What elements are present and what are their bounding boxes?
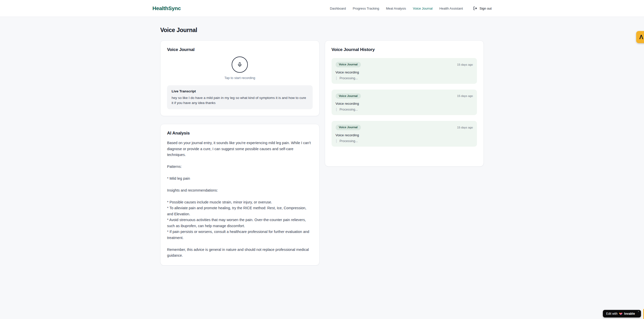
live-transcript-title: Live Transcript bbox=[172, 89, 308, 93]
entry-timestamp: 15 days ago bbox=[457, 63, 473, 66]
voice-journal-card-title: Voice Journal bbox=[167, 47, 313, 52]
entry-timestamp: 15 days ago bbox=[457, 94, 473, 97]
live-transcript-text: hey so like I do have a mild pain in my … bbox=[172, 95, 308, 105]
lovable-badge-brand: lovable bbox=[624, 312, 635, 315]
close-icon[interactable]: × bbox=[638, 310, 639, 313]
left-column: Voice Journal Tap to start recording Liv… bbox=[160, 40, 319, 265]
nav-item-voice-journal[interactable]: Voice Journal bbox=[413, 7, 433, 10]
lovable-edit-badge[interactable]: Edit with lovable × bbox=[603, 310, 641, 317]
ai-analysis-body: Based on your journal entry, it sounds l… bbox=[167, 140, 313, 259]
entry-processing-status: Processing... bbox=[336, 76, 473, 80]
history-entry[interactable]: Voice Journal 15 days ago Voice recordin… bbox=[332, 121, 477, 147]
ai-analysis-card: AI Analysis Based on your journal entry,… bbox=[160, 124, 319, 265]
microphone-icon bbox=[237, 62, 242, 67]
side-panel-tab[interactable]: Λ bbox=[636, 31, 644, 43]
record-button[interactable] bbox=[232, 57, 248, 73]
heart-icon bbox=[619, 312, 623, 315]
nav-item-dashboard[interactable]: Dashboard bbox=[330, 7, 346, 10]
entry-type-badge: Voice Journal bbox=[336, 62, 361, 67]
live-transcript-box: Live Transcript hey so like I do have a … bbox=[167, 85, 313, 109]
sign-out-label: Sign out bbox=[479, 7, 492, 10]
history-list: Voice Journal 15 days ago Voice recordin… bbox=[332, 58, 477, 147]
nav-item-meal-analysis[interactable]: Meal Analysis bbox=[386, 7, 406, 10]
nav-item-health-assistant[interactable]: Health Assistant bbox=[439, 7, 463, 10]
history-entry[interactable]: Voice Journal 15 days ago Voice recordin… bbox=[332, 58, 477, 84]
logout-icon bbox=[473, 6, 477, 10]
tap-to-record-hint: Tap to start recording bbox=[224, 76, 255, 80]
sign-out-button[interactable]: Sign out bbox=[473, 6, 492, 10]
nav-item-progress-tracking[interactable]: Progress Tracking bbox=[353, 7, 379, 10]
entry-timestamp: 15 days ago bbox=[457, 126, 473, 129]
page-title: Voice Journal bbox=[160, 27, 484, 34]
entry-summary: Voice recording bbox=[336, 70, 473, 74]
main-nav: Dashboard Progress Tracking Meal Analysi… bbox=[330, 6, 492, 10]
history-card-title: Voice Journal History bbox=[332, 47, 477, 52]
entry-type-badge: Voice Journal bbox=[336, 125, 361, 130]
history-entry[interactable]: Voice Journal 15 days ago Voice recordin… bbox=[332, 90, 477, 115]
entry-summary: Voice recording bbox=[336, 133, 473, 137]
lovable-badge-prefix: Edit with bbox=[606, 312, 618, 315]
top-navbar: HealthSync Dashboard Progress Tracking M… bbox=[0, 0, 644, 17]
voice-journal-card: Voice Journal Tap to start recording Liv… bbox=[160, 40, 319, 116]
brand-tab-icon: Λ bbox=[639, 34, 643, 41]
entry-processing-status: Processing... bbox=[336, 139, 473, 143]
entry-type-badge: Voice Journal bbox=[336, 93, 361, 99]
ai-analysis-title: AI Analysis bbox=[167, 131, 313, 136]
main-content: Voice Journal Voice Journal Tap to start… bbox=[160, 17, 484, 265]
entry-processing-status: Processing... bbox=[336, 108, 473, 111]
entry-summary: Voice recording bbox=[336, 102, 473, 105]
brand-logo[interactable]: HealthSync bbox=[152, 5, 181, 11]
voice-journal-history-card: Voice Journal History Voice Journal 15 d… bbox=[325, 40, 484, 167]
